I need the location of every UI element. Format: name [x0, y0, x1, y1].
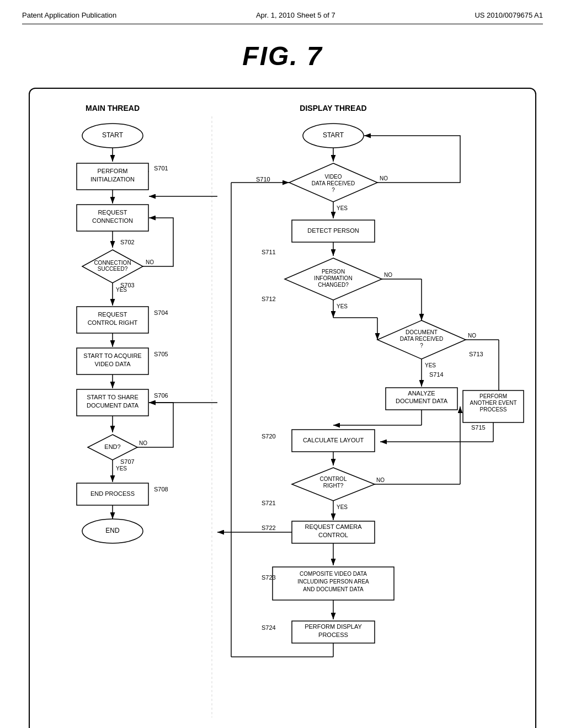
- s720-label: S720: [262, 433, 276, 440]
- end-process-label: END PROCESS: [90, 490, 135, 497]
- end-label: END: [105, 527, 120, 534]
- figure-title: FIG. 7: [22, 41, 543, 71]
- analyze-doc-label: ANALYZE: [408, 390, 435, 397]
- another-event-label: PERFORM: [479, 393, 507, 399]
- s714-label: S714: [429, 371, 444, 378]
- svg-text:INFORMATION: INFORMATION: [314, 275, 352, 281]
- end-q-label: END?: [104, 443, 120, 450]
- s705-label: S705: [154, 351, 168, 357]
- conn-succeed-label: CONNECTION: [94, 260, 131, 266]
- svg-text:CONTROL: CONTROL: [318, 532, 348, 538]
- s702-label: S702: [120, 239, 135, 245]
- req-camera-label: REQUEST CAMERA: [305, 523, 362, 530]
- doc-yes-label: YES: [425, 362, 436, 368]
- s713-label: S713: [469, 351, 483, 357]
- s711-label: S711: [262, 249, 276, 255]
- svg-text:?: ?: [420, 342, 423, 349]
- svg-text:RIGHT?: RIGHT?: [323, 483, 344, 489]
- page: Patent Application Publication Apr. 1, 2…: [0, 0, 565, 728]
- svg-text:DATA RECEIVED: DATA RECEIVED: [312, 180, 355, 186]
- start-share-label: START TO SHARE: [87, 394, 138, 400]
- conn-yes-label: YES: [116, 287, 127, 293]
- svg-text:INCLUDING PERSON AREA: INCLUDING PERSON AREA: [297, 579, 369, 585]
- s724-label: S724: [262, 624, 276, 631]
- ctrl-right-label: CONTROL: [320, 476, 347, 482]
- svg-text:PROCESS: PROCESS: [480, 406, 507, 413]
- svg-text:CONTROL RIGHT: CONTROL RIGHT: [88, 319, 138, 326]
- flowchart-svg: MAIN THREAD DISPLAY THREAD START PERFORM…: [41, 100, 526, 723]
- video-received-label: VIDEO: [324, 174, 342, 180]
- s707-label: S707: [120, 458, 135, 465]
- header-date-sheet: Apr. 1, 2010 Sheet 5 of 7: [256, 11, 335, 19]
- s715-label: S715: [471, 424, 486, 431]
- svg-text:CONNECTION: CONNECTION: [92, 217, 133, 224]
- ctrl-yes-label: YES: [337, 504, 348, 510]
- detect-person-label: DETECT PERSON: [307, 227, 359, 234]
- svg-text:SUCCEED?: SUCCEED?: [98, 266, 128, 272]
- svg-text:ANOTHER EVENT: ANOTHER EVENT: [470, 400, 516, 406]
- svg-text:CHANGED?: CHANGED?: [318, 282, 349, 288]
- display-thread-header: DISPLAY THREAD: [300, 104, 366, 113]
- svg-text:VIDEO DATA: VIDEO DATA: [95, 361, 131, 367]
- start-video-label: START TO ACQUIRE: [83, 352, 141, 359]
- svg-text:DOCUMENT DATA: DOCUMENT DATA: [87, 402, 139, 409]
- video-no-label: NO: [380, 175, 388, 181]
- s721-label: S721: [262, 500, 276, 506]
- conn-no-label: NO: [146, 259, 154, 265]
- person-changed-label: PERSON: [322, 269, 345, 275]
- s708-label: S708: [154, 486, 168, 493]
- end-yes-label: YES: [116, 465, 127, 472]
- s723-label: S723: [262, 574, 276, 581]
- main-thread-header: MAIN THREAD: [86, 104, 140, 113]
- svg-text:DATA RECEIVED: DATA RECEIVED: [400, 336, 444, 342]
- s722-label: S722: [262, 524, 276, 531]
- header-publication: Patent Application Publication: [22, 11, 116, 19]
- page-header: Patent Application Publication Apr. 1, 2…: [22, 11, 543, 24]
- svg-text:AND DOCUMENT DATA: AND DOCUMENT DATA: [303, 586, 364, 592]
- s710-label: S710: [256, 176, 270, 183]
- perform-init-label: PERFORM: [98, 168, 128, 174]
- request-conn-label: REQUEST: [98, 209, 127, 216]
- s712-label: S712: [262, 296, 276, 302]
- svg-text:PROCESS: PROCESS: [318, 631, 348, 638]
- person-no-label: NO: [384, 272, 392, 278]
- start1-label: START: [102, 131, 124, 139]
- start2-label: START: [323, 131, 344, 139]
- perform-display-label: PERFORM DISPLAY: [305, 623, 362, 630]
- svg-text:DOCUMENT DATA: DOCUMENT DATA: [396, 398, 448, 404]
- request-ctrl-label: REQUEST: [98, 311, 127, 318]
- s701-label: S701: [154, 165, 168, 172]
- s706-label: S706: [154, 392, 168, 399]
- header-patent-number: US 2010/0079675 A1: [475, 11, 543, 19]
- calc-layout-label: CALCULATE LAYOUT: [303, 437, 364, 443]
- s704-label: S704: [154, 309, 168, 316]
- doc-no-label: NO: [468, 333, 476, 339]
- composite-label: COMPOSITE VIDEO DATA: [300, 571, 367, 577]
- video-yes-label: YES: [337, 205, 348, 211]
- ctrl-no-label: NO: [376, 477, 385, 483]
- svg-text:?: ?: [332, 187, 335, 193]
- svg-text:INITIALIZATION: INITIALIZATION: [90, 176, 135, 183]
- flowchart-container: MAIN THREAD DISPLAY THREAD START PERFORM…: [29, 88, 536, 728]
- end-no-label: NO: [139, 440, 147, 446]
- doc-received-label: DOCUMENT: [406, 329, 438, 335]
- person-yes-label: YES: [337, 303, 348, 309]
